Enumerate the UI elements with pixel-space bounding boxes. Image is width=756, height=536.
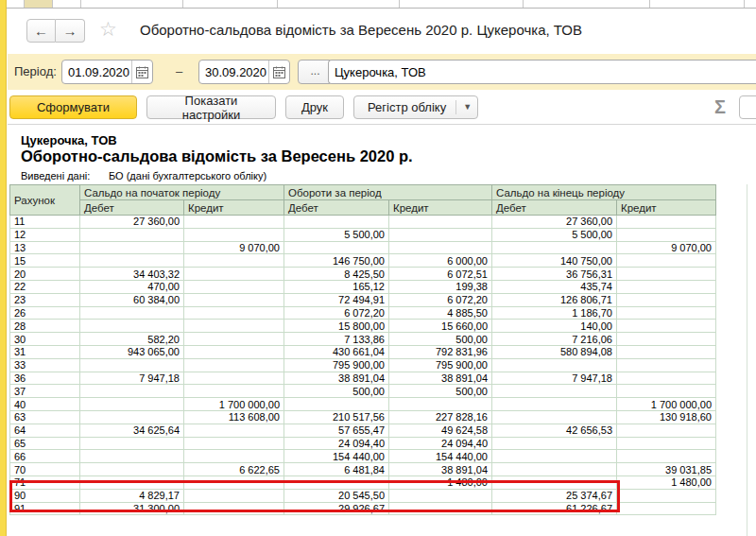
amount-cell[interactable] xyxy=(184,424,284,437)
amount-cell[interactable] xyxy=(284,241,389,254)
generate-button[interactable]: Сформувати xyxy=(9,95,137,119)
amount-cell[interactable]: 1 700 000,00 xyxy=(184,398,284,411)
back-button[interactable]: ← xyxy=(26,19,56,43)
amount-cell[interactable] xyxy=(184,489,284,502)
amount-cell[interactable]: 1 700 000,00 xyxy=(617,398,716,411)
account-cell[interactable]: 66 xyxy=(10,450,80,463)
amount-cell[interactable] xyxy=(80,306,184,320)
organization-value[interactable]: Цукерочка, ТОВ xyxy=(329,61,756,79)
amount-cell[interactable] xyxy=(389,241,492,254)
amount-cell[interactable]: 6 622,65 xyxy=(184,463,284,476)
account-cell[interactable]: 28 xyxy=(10,320,80,333)
amount-cell[interactable]: 154 440,00 xyxy=(284,450,389,463)
amount-cell[interactable] xyxy=(492,358,617,372)
amount-cell[interactable]: 7 947,18 xyxy=(80,372,184,385)
amount-cell[interactable]: 1 186,70 xyxy=(492,306,617,320)
amount-cell[interactable] xyxy=(617,268,716,281)
amount-cell[interactable] xyxy=(492,437,617,450)
debit-header[interactable]: Дебет xyxy=(284,200,389,216)
amount-cell[interactable] xyxy=(617,372,716,385)
amount-cell[interactable]: 6 072,20 xyxy=(284,306,389,320)
sum-sigma-icon[interactable]: Σ xyxy=(714,96,726,118)
amount-cell[interactable] xyxy=(492,475,617,489)
amount-cell[interactable]: 38 891,04 xyxy=(284,372,389,385)
amount-cell[interactable]: 6 481,84 xyxy=(284,463,389,476)
account-column-header[interactable]: Рахунок xyxy=(10,185,80,216)
amount-cell[interactable]: 500,00 xyxy=(389,385,492,398)
account-cell[interactable]: 31 xyxy=(10,345,80,358)
closing-balance-header[interactable]: Сальдо на кінець періоду xyxy=(492,185,716,200)
amount-cell[interactable] xyxy=(80,358,184,372)
amount-cell[interactable]: 470,00 xyxy=(80,280,184,293)
amount-cell[interactable] xyxy=(184,372,284,385)
account-cell[interactable]: 30 xyxy=(10,333,80,346)
account-cell[interactable]: 63 xyxy=(10,410,80,424)
amount-cell[interactable] xyxy=(80,437,184,450)
account-cell[interactable]: 26 xyxy=(10,306,80,320)
opening-balance-header[interactable]: Сальдо на початок періоду xyxy=(80,185,284,200)
amount-cell[interactable] xyxy=(389,398,492,411)
amount-cell[interactable]: 49 624,58 xyxy=(389,424,492,437)
amount-cell[interactable]: 31 300,00 xyxy=(80,502,184,515)
amount-cell[interactable]: 140 750,00 xyxy=(492,254,617,268)
amount-cell[interactable]: 199,38 xyxy=(389,280,492,293)
amount-cell[interactable] xyxy=(492,463,617,476)
organization-field[interactable]: Цукерочка, ТОВ xyxy=(328,60,756,84)
amount-cell[interactable] xyxy=(184,385,284,398)
amount-cell[interactable]: 580 894,08 xyxy=(492,345,617,358)
account-cell[interactable]: 65 xyxy=(10,437,80,450)
amount-cell[interactable] xyxy=(617,254,716,268)
account-cell[interactable]: 23 xyxy=(10,293,80,306)
account-cell[interactable]: 90 xyxy=(10,489,80,502)
amount-cell[interactable] xyxy=(617,320,716,333)
calendar-icon[interactable] xyxy=(131,61,152,83)
account-cell[interactable]: 12 xyxy=(10,228,80,241)
amount-cell[interactable]: 795 900,00 xyxy=(389,358,492,372)
amount-cell[interactable]: 126 806,71 xyxy=(492,293,617,306)
amount-cell[interactable] xyxy=(184,254,284,268)
amount-cell[interactable]: 15 800,00 xyxy=(284,320,389,333)
amount-cell[interactable]: 154 440,00 xyxy=(389,450,492,463)
account-cell[interactable]: 13 xyxy=(10,241,80,254)
amount-cell[interactable]: 8 425,50 xyxy=(284,268,389,281)
amount-cell[interactable] xyxy=(80,398,184,411)
amount-cell[interactable]: 435,74 xyxy=(492,280,617,293)
amount-cell[interactable]: 36 756,31 xyxy=(492,268,617,281)
amount-cell[interactable] xyxy=(80,463,184,476)
amount-cell[interactable] xyxy=(80,320,184,333)
amount-cell[interactable]: 60 384,00 xyxy=(80,293,184,306)
amount-cell[interactable]: 38 891,04 xyxy=(389,372,492,385)
amount-cell[interactable]: 24 094,40 xyxy=(284,437,389,450)
account-cell[interactable]: 70 xyxy=(10,463,80,476)
amount-cell[interactable]: 792 831,96 xyxy=(389,345,492,358)
amount-cell[interactable]: 1 480,00 xyxy=(389,475,492,489)
amount-cell[interactable] xyxy=(80,228,184,241)
amount-cell[interactable]: 210 517,56 xyxy=(284,410,389,424)
amount-cell[interactable] xyxy=(617,489,716,502)
amount-cell[interactable] xyxy=(617,293,716,306)
amount-cell[interactable]: 24 094,40 xyxy=(389,437,492,450)
account-cell[interactable]: 40 xyxy=(10,398,80,411)
amount-cell[interactable] xyxy=(389,489,492,502)
date-from-field[interactable]: 01.09.2020 xyxy=(61,60,153,84)
amount-cell[interactable] xyxy=(80,241,184,254)
debit-header[interactable]: Дебет xyxy=(492,200,617,216)
amount-cell[interactable] xyxy=(617,280,716,293)
amount-cell[interactable]: 25 374,67 xyxy=(492,489,617,502)
amount-cell[interactable]: 430 661,04 xyxy=(284,345,389,358)
amount-cell[interactable] xyxy=(80,450,184,463)
amount-cell[interactable] xyxy=(617,216,716,229)
amount-cell[interactable] xyxy=(184,280,284,293)
amount-cell[interactable]: 500,00 xyxy=(389,333,492,346)
amount-cell[interactable] xyxy=(617,306,716,320)
amount-cell[interactable]: 130 918,60 xyxy=(617,410,716,424)
amount-cell[interactable] xyxy=(389,502,492,515)
forward-button[interactable]: → xyxy=(56,19,85,43)
date-to-value[interactable]: 30.09.2020 xyxy=(199,65,268,79)
amount-cell[interactable] xyxy=(80,254,184,268)
amount-cell[interactable]: 42 656,53 xyxy=(492,424,617,437)
account-cell[interactable]: 20 xyxy=(10,268,80,281)
favorite-star-icon[interactable]: ☆ xyxy=(99,18,117,41)
amount-cell[interactable] xyxy=(617,424,716,437)
amount-cell[interactable] xyxy=(184,345,284,358)
